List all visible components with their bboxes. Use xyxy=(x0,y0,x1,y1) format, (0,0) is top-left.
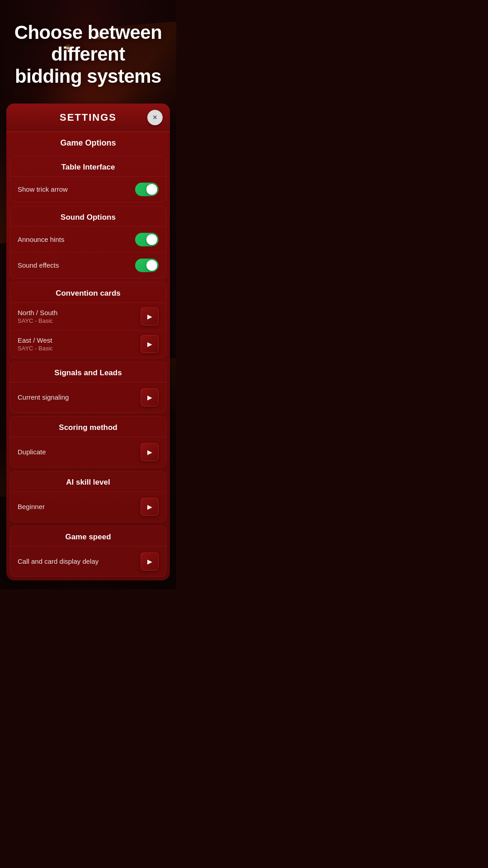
hero-line1: Choose between xyxy=(14,22,162,43)
card-display-delay-label: Call and card display delay xyxy=(18,557,99,565)
east-west-label: East / West xyxy=(18,336,53,344)
east-west-sublabel: SAYC - Basic xyxy=(18,345,53,352)
scoring-method-title: Scoring method xyxy=(10,417,166,437)
announce-hints-label: Announce hints xyxy=(18,236,64,243)
game-speed-title: Game speed xyxy=(10,526,166,547)
east-west-row: East / West SAYC - Basic xyxy=(10,330,166,358)
scoring-method-arrow-button[interactable] xyxy=(141,443,159,461)
announce-hints-slider xyxy=(135,233,159,246)
hero-text: Choose between different bidding systems xyxy=(0,0,176,104)
sound-effects-label: Sound effects xyxy=(18,261,59,269)
background: Choose between different bidding systems… xyxy=(0,0,176,590)
sound-effects-slider xyxy=(135,259,159,272)
convention-cards-section: Convention cards North / South SAYC - Ba… xyxy=(10,282,166,358)
sound-effects-row: Sound effects xyxy=(10,253,166,278)
north-south-sublabel: SAYC - Basic xyxy=(18,317,57,324)
game-options-label: Game Options xyxy=(6,132,170,152)
north-south-label: North / South xyxy=(18,309,57,316)
sound-options-section: Sound Options Announce hints Sound effec… xyxy=(10,206,166,278)
scoring-method-section: Scoring method Duplicate xyxy=(10,416,166,467)
convention-cards-title: Convention cards xyxy=(10,283,166,303)
card-display-delay-row: Call and card display delay xyxy=(10,547,166,576)
game-speed-arrow-button[interactable] xyxy=(141,552,159,571)
ai-skill-arrow-button[interactable] xyxy=(141,498,159,516)
north-south-arrow-button[interactable] xyxy=(141,307,159,326)
duplicate-label: Duplicate xyxy=(18,448,46,456)
signals-leads-section: Signals and Leads Current signaling xyxy=(10,362,166,413)
hero-line2: different xyxy=(51,43,125,65)
ai-skill-level-section: AI skill level Beginner xyxy=(10,471,166,522)
beginner-row: Beginner xyxy=(10,492,166,522)
game-speed-section: Game speed Call and card display delay xyxy=(10,526,166,577)
show-trick-arrow-label: Show trick arrow xyxy=(18,185,68,193)
hero-line3: bidding systems xyxy=(15,66,161,87)
current-signaling-arrow-button[interactable] xyxy=(141,388,159,406)
sound-options-title: Sound Options xyxy=(10,207,166,227)
beginner-label: Beginner xyxy=(18,503,45,510)
table-interface-title: Table Interface xyxy=(10,156,166,177)
show-trick-arrow-row: Show trick arrow xyxy=(10,177,166,202)
close-button[interactable]: × xyxy=(147,110,163,125)
settings-header: SETTINGS × xyxy=(6,104,170,132)
east-west-arrow-button[interactable] xyxy=(141,335,159,353)
settings-title: SETTINGS xyxy=(60,112,117,123)
show-trick-arrow-toggle[interactable] xyxy=(135,183,159,196)
sound-effects-toggle[interactable] xyxy=(135,259,159,272)
signals-leads-title: Signals and Leads xyxy=(10,362,166,382)
north-south-row: North / South SAYC - Basic xyxy=(10,303,166,330)
announce-hints-row: Announce hints xyxy=(10,227,166,253)
table-interface-section: Table Interface Show trick arrow xyxy=(10,156,166,203)
current-signaling-label: Current signaling xyxy=(18,393,69,401)
current-signaling-row: Current signaling xyxy=(10,382,166,412)
ai-skill-level-title: AI skill level xyxy=(10,472,166,492)
settings-panel: SETTINGS × Game Options Table Interface … xyxy=(6,104,170,580)
show-trick-arrow-slider xyxy=(135,183,159,196)
announce-hints-toggle[interactable] xyxy=(135,233,159,246)
duplicate-row: Duplicate xyxy=(10,437,166,467)
